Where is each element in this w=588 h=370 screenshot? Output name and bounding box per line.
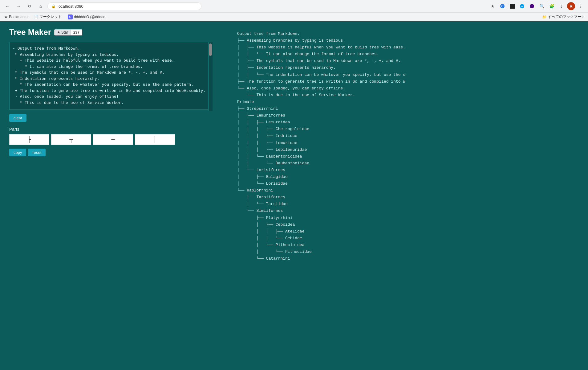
part-input-0[interactable] bbox=[9, 134, 49, 145]
left-panel: Tree Maker ★ Star 237 clear Parts bbox=[9, 27, 225, 364]
app-title-row: Tree Maker ★ Star 237 bbox=[9, 27, 225, 37]
star-button[interactable]: ★ Star bbox=[54, 29, 71, 35]
mastodon-icon: M bbox=[68, 14, 73, 19]
extension-puzzle-button[interactable]: 🧩 bbox=[547, 2, 556, 10]
scrollbar-track[interactable] bbox=[208, 42, 213, 111]
tree-output: Output tree from Markdown. ├── Assemblin… bbox=[237, 31, 579, 262]
github-star-badge: ★ Star 237 bbox=[54, 29, 82, 35]
browser-chrome: ← → ↻ ⌂ 🔒 localhost:8080 ★ C ✦ f 🔍 🧩 ⇓ bbox=[0, 0, 588, 21]
browser-toolbar: ← → ↻ ⌂ 🔒 localhost:8080 ★ C ✦ f 🔍 🧩 ⇓ bbox=[0, 0, 588, 13]
lock-icon: 🔒 bbox=[51, 4, 56, 8]
copy-button[interactable]: copy bbox=[9, 149, 26, 156]
scrollbar-thumb[interactable] bbox=[209, 43, 212, 56]
svg-rect-2 bbox=[510, 4, 515, 9]
forward-button[interactable]: → bbox=[14, 2, 23, 10]
bookmarks-right[interactable]: 📁 すべてのブックマーク bbox=[542, 14, 585, 19]
parts-label: Parts bbox=[9, 127, 225, 132]
browser-actions: ★ C ✦ f 🔍 🧩 ⇓ R ⋮ bbox=[488, 2, 585, 10]
part-input-2[interactable] bbox=[93, 134, 133, 145]
profile-avatar[interactable]: R bbox=[567, 2, 575, 10]
bookmark-star-button[interactable]: ★ bbox=[488, 2, 497, 10]
part-input-1[interactable] bbox=[51, 134, 91, 145]
download-button[interactable]: ⇓ bbox=[557, 2, 566, 10]
dddddd-label: ddddddO (@ddddd... bbox=[74, 15, 108, 19]
extension-2-button[interactable] bbox=[508, 2, 517, 10]
extension-1-button[interactable]: C bbox=[498, 2, 507, 10]
reload-button[interactable]: ↻ bbox=[25, 2, 34, 10]
search-button[interactable]: 🔍 bbox=[537, 2, 546, 10]
all-bookmarks-label: すべてのブックマーク bbox=[548, 14, 585, 19]
markdown-input[interactable] bbox=[9, 42, 213, 110]
reset-button[interactable]: reset bbox=[28, 149, 46, 156]
svg-text:C: C bbox=[501, 5, 503, 8]
action-row: copy reset bbox=[9, 149, 225, 156]
star-icon: ★ bbox=[57, 30, 60, 35]
part-input-3[interactable] bbox=[135, 134, 175, 145]
extension-3-button[interactable]: ✦ bbox=[518, 2, 526, 10]
app-title-text: Tree Maker bbox=[9, 27, 51, 37]
textarea-wrapper bbox=[9, 42, 213, 111]
bookmarks-item-marklet[interactable]: 📄 マークレット bbox=[32, 14, 63, 20]
svg-text:✦: ✦ bbox=[521, 5, 523, 8]
menu-button[interactable]: ⋮ bbox=[576, 2, 585, 10]
back-button[interactable]: ← bbox=[3, 2, 12, 10]
folder-icon: 📁 bbox=[542, 15, 547, 19]
marklet-icon: 📄 bbox=[34, 15, 38, 19]
home-button[interactable]: ⌂ bbox=[36, 2, 45, 10]
url-text: localhost:8080 bbox=[58, 4, 83, 9]
marklet-label: マークレット bbox=[39, 14, 62, 19]
address-bar[interactable]: 🔒 localhost:8080 bbox=[47, 2, 201, 10]
right-panel: Output tree from Markdown. ├── Assemblin… bbox=[231, 27, 579, 364]
bookmarks-label: Bookmarks bbox=[9, 15, 27, 19]
bookmarks-bar: ★ Bookmarks 📄 マークレット M ddddddO (@ddddd..… bbox=[0, 13, 588, 21]
bookmarks-item-dddddd[interactable]: M ddddddO (@ddddd... bbox=[67, 14, 110, 20]
svg-text:M: M bbox=[69, 16, 71, 19]
parts-row bbox=[9, 134, 225, 145]
star-label: Star bbox=[61, 30, 68, 35]
extension-4-button[interactable]: f bbox=[528, 2, 536, 10]
clear-button[interactable]: clear bbox=[9, 114, 26, 122]
bookmarks-item-bookmarks[interactable]: ★ Bookmarks bbox=[3, 14, 29, 20]
app-container: Tree Maker ★ Star 237 clear Parts bbox=[0, 21, 588, 370]
star-count: 237 bbox=[71, 29, 82, 35]
bookmarks-star-icon: ★ bbox=[4, 15, 8, 19]
